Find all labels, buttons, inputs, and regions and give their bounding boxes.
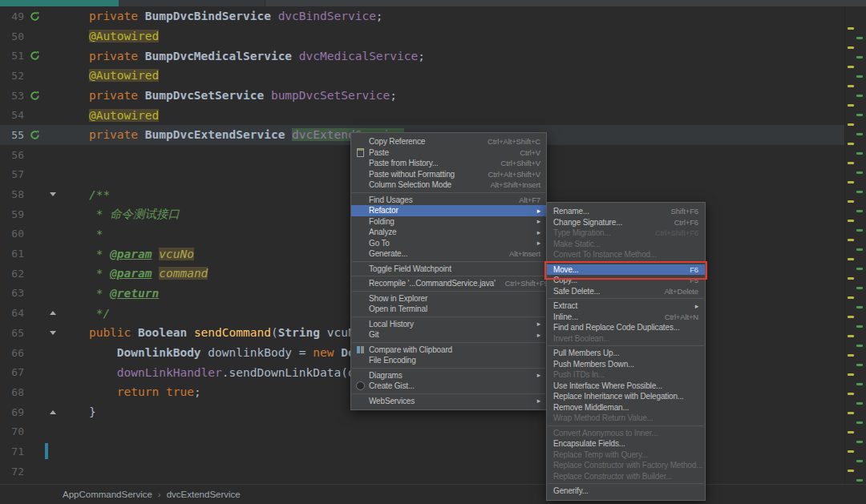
menu-item-pull-members-up[interactable]: Pull Members Up... [547, 348, 705, 359]
menu-item-open-in-terminal[interactable]: Open in Terminal [351, 304, 546, 315]
line-number[interactable]: 51 [0, 50, 24, 62]
breadcrumb-item-appcommandservice[interactable]: AppCommandService [63, 490, 152, 499]
scrollbar-mark[interactable] [848, 335, 854, 337]
scrollbar-mark[interactable] [848, 27, 854, 30]
scrollbar-mark[interactable] [848, 123, 854, 126]
line-number[interactable]: 57 [0, 168, 24, 180]
scrollbar-mark[interactable] [856, 364, 863, 366]
line-number[interactable]: 59 [0, 208, 24, 220]
line-number[interactable]: 63 [0, 287, 24, 299]
error-stripe[interactable] [844, 6, 866, 485]
scrollbar-mark[interactable] [848, 470, 854, 472]
line-number[interactable]: 67 [0, 366, 24, 378]
menu-item-create-gist[interactable]: Create Gist... [351, 381, 546, 392]
menu-item-convert-anonymous-to-inner[interactable]: Convert Anonymous to Inner... [547, 428, 705, 439]
scrollbar-mark[interactable] [856, 325, 863, 328]
menu-item-column-selection-mode[interactable]: Column Selection ModeAlt+Shift+Insert [351, 179, 546, 191]
scrollbar-mark[interactable] [848, 296, 854, 299]
active-tab-sliver[interactable] [0, 0, 119, 6]
scrollbar-mark[interactable] [856, 171, 863, 174]
menu-item-replace-temp-with-query[interactable]: Replace Temp with Query... [547, 450, 705, 461]
menu-item-extract[interactable]: Extract▸ [547, 300, 705, 312]
line-number[interactable]: 64 [0, 307, 24, 319]
scrollbar-mark[interactable] [856, 441, 863, 443]
scrollbar-mark[interactable] [848, 143, 854, 145]
line-number[interactable]: 49 [0, 10, 24, 22]
code-line[interactable]: 52 @Autowired [0, 66, 866, 86]
scrollbar-mark[interactable] [856, 114, 863, 116]
menu-item-analyze[interactable]: Analyze▸ [351, 227, 546, 238]
menu-item-recompile-commandservice-java[interactable]: Recompile '...CommandService.java'Ctrl+S… [351, 278, 546, 289]
vcs-change-marker[interactable] [45, 443, 48, 459]
scrollbar-mark[interactable] [856, 383, 863, 385]
spring-bean-icon[interactable] [24, 11, 45, 22]
line-number[interactable]: 55 [0, 129, 24, 141]
line-number[interactable]: 52 [0, 70, 24, 82]
scrollbar-mark[interactable] [848, 450, 854, 453]
menu-item-push-itds-in[interactable]: Push ITDs In... [547, 369, 705, 381]
menu-item-encapsulate-fields[interactable]: Encapsulate Fields... [547, 438, 705, 450]
scrollbar-mark[interactable] [856, 56, 863, 58]
scrollbar-mark[interactable] [856, 460, 863, 462]
menu-item-paste-from-history[interactable]: Paste from History...Ctrl+Shift+V [351, 158, 546, 169]
menu-item-wrap-method-return-value[interactable]: Wrap Method Return Value... [547, 413, 705, 424]
menu-item-rename[interactable]: Rename...Shift+F6 [547, 206, 705, 217]
code-line[interactable]: 53 private BumpDvcSetService bumpDvcSetS… [0, 86, 866, 106]
line-number[interactable]: 68 [0, 386, 24, 398]
code-line[interactable]: 54 @Autowired [0, 105, 866, 125]
scrollbar-mark[interactable] [848, 162, 854, 164]
line-number[interactable]: 53 [0, 90, 24, 102]
line-number[interactable]: 54 [0, 109, 24, 121]
scrollbar-mark[interactable] [856, 479, 863, 482]
menu-item-generate[interactable]: Generate...Alt+Insert [351, 248, 546, 260]
line-number[interactable]: 56 [0, 149, 24, 161]
code-line[interactable]: 50 @Autowired [0, 26, 866, 46]
menu-item-make-static[interactable]: Make Static... [547, 239, 705, 250]
spring-bean-icon[interactable] [24, 91, 45, 101]
menu-item-file-encoding[interactable]: File Encoding [351, 355, 546, 366]
code-line[interactable]: 51 private BumpDvcMedicalService dvcMedi… [0, 46, 866, 66]
menu-item-compare-with-clipboard[interactable]: Compare with Clipboard [351, 345, 546, 356]
code-text[interactable]: @Autowired [61, 69, 866, 82]
line-number[interactable]: 69 [0, 406, 24, 418]
scrollbar-mark[interactable] [848, 181, 854, 183]
scrollbar-mark[interactable] [856, 421, 863, 424]
scrollbar-mark[interactable] [856, 210, 863, 212]
line-number[interactable]: 65 [0, 327, 24, 339]
scrollbar-mark[interactable] [848, 258, 854, 260]
code-line[interactable]: 49 private BumpDvcBindService dvcBindSer… [0, 6, 866, 26]
menu-item-copy[interactable]: Copy...F5 [547, 275, 705, 286]
fold-down-icon[interactable] [45, 331, 61, 335]
fold-up-icon[interactable] [45, 311, 61, 315]
menu-item-move[interactable]: Move...F6 [547, 264, 705, 276]
scrollbar-mark[interactable] [848, 46, 854, 49]
scrollbar-mark[interactable] [856, 191, 863, 193]
spring-bean-icon[interactable] [24, 130, 45, 140]
menu-item-diagrams[interactable]: Diagrams▸ [351, 370, 546, 381]
scrollbar-mark[interactable] [848, 277, 854, 280]
line-number[interactable]: 61 [0, 248, 24, 260]
menu-item-remove-middleman[interactable]: Remove Middleman... [547, 402, 705, 413]
code-text[interactable]: private BumpDvcSetService bumpDvcSetServ… [61, 89, 866, 102]
line-number[interactable]: 70 [0, 425, 24, 437]
scrollbar-mark[interactable] [856, 248, 863, 251]
scrollbar-mark[interactable] [848, 393, 854, 395]
menu-item-use-interface-where-possible[interactable]: Use Interface Where Possible... [547, 381, 705, 392]
menu-item-show-in-explorer[interactable]: Show in Explorer [351, 293, 546, 304]
scrollbar-mark[interactable] [856, 306, 863, 308]
code-text[interactable]: private BumpDvcMedicalService dvcMedical… [61, 50, 866, 62]
scrollbar-mark[interactable] [848, 220, 854, 222]
code-line[interactable]: 71 [0, 442, 866, 462]
scrollbar-mark[interactable] [848, 66, 854, 68]
code-text[interactable]: @Autowired [61, 109, 866, 122]
menu-item-generify[interactable]: Generify... [547, 486, 705, 497]
line-number[interactable]: 66 [0, 347, 24, 359]
scrollbar-mark[interactable] [848, 104, 854, 107]
menu-item-refactor[interactable]: Refactor▸ [351, 205, 546, 216]
menu-item-replace-constructor-with-factory-method[interactable]: Replace Constructor with Factory Method.… [547, 460, 705, 471]
code-text[interactable]: @Autowired [61, 30, 866, 42]
scrollbar-mark[interactable] [848, 354, 854, 357]
scrollbar-mark[interactable] [848, 373, 854, 376]
scrollbar-mark[interactable] [856, 402, 863, 405]
line-number[interactable]: 58 [0, 188, 24, 200]
